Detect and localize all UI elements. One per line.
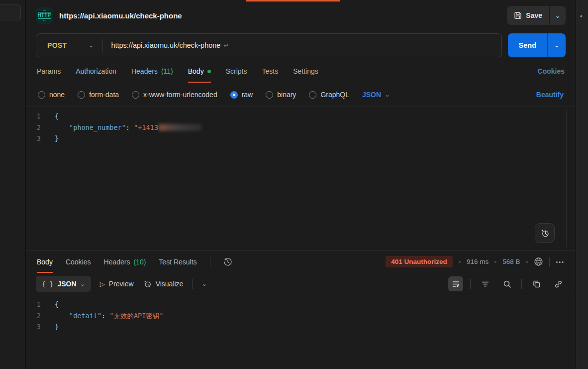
- code-value-visible: "+1413: [134, 123, 158, 131]
- response-format-value: JSON: [57, 280, 76, 288]
- tab-authorization[interactable]: Authorization: [76, 60, 116, 83]
- code-line: 2 "phone_number": "+1413: [26, 122, 576, 133]
- response-tab-body[interactable]: Body: [37, 250, 53, 273]
- method-chevron-down-icon[interactable]: ⌄: [67, 42, 102, 49]
- response-tab-headers[interactable]: Headers(10): [104, 250, 146, 273]
- left-sidebar: [0, 0, 26, 369]
- arrow-left-icon: ↽: [43, 19, 46, 21]
- method-selector[interactable]: POST: [36, 41, 67, 49]
- radio-label: binary: [277, 91, 296, 99]
- search-button[interactable]: [499, 276, 514, 291]
- link-button[interactable]: [551, 276, 566, 291]
- response-time[interactable]: 916 ms: [467, 258, 489, 265]
- tab-settings[interactable]: Settings: [293, 60, 318, 83]
- radio-raw[interactable]: raw: [230, 91, 253, 99]
- visualize-label: Visualize: [156, 280, 184, 288]
- code-line: 2 "detail": "无效的API密钥": [26, 310, 576, 322]
- radio-icon: [78, 91, 85, 99]
- http-badge-label: HTTP: [38, 12, 51, 19]
- divider: [549, 257, 550, 267]
- response-tab-test-results[interactable]: Test Results: [159, 250, 196, 273]
- radio-graphql[interactable]: GraphQL: [309, 91, 349, 99]
- radio-binary[interactable]: binary: [266, 91, 296, 99]
- preview-label: Preview: [109, 280, 134, 288]
- request-tabs: Params Authorization Headers(11) Body Sc…: [26, 60, 576, 83]
- response-format-select[interactable]: { } JSON ⌄: [36, 276, 91, 292]
- radio-label: GraphQL: [320, 91, 349, 99]
- save-dropdown-button[interactable]: ⌄: [550, 6, 566, 25]
- raw-language-select[interactable]: JSON ⌄: [362, 91, 390, 99]
- url-input[interactable]: https://api.xiaomu.uk/check-phone: [103, 41, 220, 49]
- chevron-down-icon: ⌄: [555, 11, 561, 19]
- tab-label: Headers: [131, 67, 158, 75]
- main-panel: ⇀ HTTP ↽ https://api.xiaomu.uk/check-pho…: [26, 0, 576, 369]
- chevron-down-icon[interactable]: ⌄: [201, 280, 206, 287]
- modified-dot-icon: [207, 70, 211, 73]
- code-close-brace: }: [55, 321, 59, 333]
- response-toolbar-right: [448, 276, 566, 291]
- enter-key-icon: ↵: [223, 42, 229, 49]
- response-body-editor[interactable]: 1 { 2 "detail": "无效的API密钥" 3 }: [26, 295, 576, 369]
- tab-label: Scripts: [226, 67, 247, 75]
- line-number: 3: [26, 321, 55, 333]
- chevron-down-icon: ⌄: [81, 281, 85, 287]
- preview-button[interactable]: ▷ Preview: [100, 280, 134, 288]
- right-sidebar[interactable]: ◂: [576, 0, 588, 369]
- editor-scrollbar-gutter[interactable]: [559, 109, 567, 248]
- tab-params[interactable]: Params: [37, 60, 61, 83]
- wrap-text-button[interactable]: [448, 276, 463, 291]
- url-bar-row: POST ⌄ https://api.xiaomu.uk/check-phone…: [26, 31, 576, 60]
- code-key: "phone_number": [69, 123, 126, 131]
- indent-guide: [55, 123, 55, 131]
- request-title: https://api.xiaomu.uk/check-phone: [59, 11, 182, 20]
- more-options-button[interactable]: •••: [556, 259, 565, 265]
- copy-icon: [532, 280, 541, 288]
- search-icon: [503, 280, 511, 288]
- radio-none[interactable]: none: [38, 91, 65, 99]
- chevron-left-icon: ◂: [580, 13, 582, 18]
- braces-icon: { }: [42, 280, 53, 288]
- tab-tests[interactable]: Tests: [262, 60, 278, 83]
- tab-label: Headers: [104, 258, 130, 266]
- radio-label: raw: [242, 91, 253, 99]
- send-button-label: Send: [519, 41, 536, 49]
- filter-button[interactable]: [478, 276, 492, 291]
- filter-icon: [481, 280, 490, 288]
- request-body-editor[interactable]: 1 { 2 "phone_number": "+1413 3 }: [26, 107, 576, 250]
- separator-dot: [459, 261, 461, 263]
- visualize-button[interactable]: Visualize: [143, 279, 184, 288]
- tab-count: (10): [133, 258, 146, 266]
- postbot-ai-button[interactable]: [535, 223, 555, 243]
- tab-scripts[interactable]: Scripts: [226, 60, 247, 83]
- code-open-brace: {: [55, 111, 59, 122]
- radio-form-data[interactable]: form-data: [78, 91, 119, 99]
- play-icon: ▷: [100, 280, 105, 288]
- body-type-row: none form-data x-www-form-urlencoded raw…: [26, 83, 576, 107]
- copy-button[interactable]: [529, 276, 544, 291]
- radio-x-www-form-urlencoded[interactable]: x-www-form-urlencoded: [132, 91, 217, 99]
- send-dropdown-button[interactable]: ⌄: [548, 33, 566, 57]
- radio-selected-icon: [230, 91, 238, 99]
- response-history-button[interactable]: [223, 257, 232, 266]
- network-info-button[interactable]: [534, 257, 543, 266]
- http-method-icon: ⇀ HTTP ↽: [36, 7, 53, 24]
- chevron-down-icon: ⌄: [385, 92, 390, 98]
- send-button[interactable]: Send: [508, 33, 547, 57]
- code-key: "detail": [69, 312, 101, 320]
- save-button[interactable]: Save: [507, 6, 549, 25]
- tab-headers[interactable]: Headers(11): [131, 60, 173, 83]
- code-value: "无效的API密钥": [109, 312, 163, 320]
- sidebar-collapsed-tab[interactable]: [0, 4, 21, 20]
- indent-guide: [55, 311, 55, 320]
- code-close-brace: }: [55, 133, 59, 144]
- tab-body[interactable]: Body: [188, 60, 211, 83]
- status-badge[interactable]: 401 Unauthorized: [386, 256, 453, 267]
- divider: [521, 279, 522, 289]
- radio-icon: [309, 91, 316, 99]
- response-tab-cookies[interactable]: Cookies: [66, 250, 91, 273]
- cookies-link[interactable]: Cookies: [538, 67, 565, 75]
- beautify-link[interactable]: Beautify: [536, 91, 564, 99]
- url-input-container: POST ⌄ https://api.xiaomu.uk/check-phone…: [36, 33, 502, 57]
- response-size[interactable]: 568 B: [502, 258, 520, 265]
- code-line: 3 }: [26, 321, 576, 333]
